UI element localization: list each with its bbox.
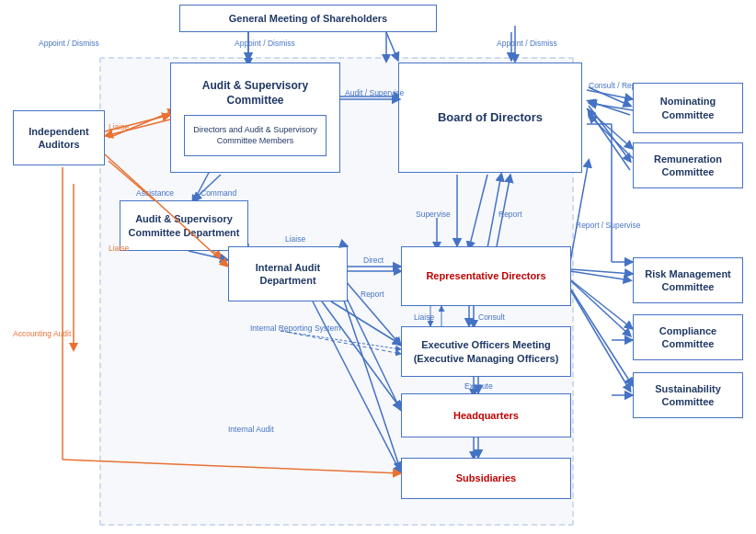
svg-line-8 — [589, 106, 630, 161]
svg-line-13 — [570, 271, 630, 280]
directors-members-box: Directors and Audit & Supervisory Commit… — [184, 115, 326, 156]
board-directors-label: Board of Directors — [438, 110, 543, 126]
assistance-label: Assistance — [136, 188, 174, 198]
command-label: Command — [200, 188, 236, 198]
accounting-audit-label: Accounting Audit — [13, 329, 71, 338]
internal-audit-box: Internal Audit Department — [228, 246, 348, 301]
appoint-label-3: Appoint / Dismiss — [497, 39, 557, 48]
svg-line-44 — [571, 280, 633, 329]
shareholders-box: General Meeting of Shareholders — [179, 5, 437, 32]
board-directors-box: Board of Directors — [398, 62, 582, 173]
risk-mgmt-box: Risk Management Committee — [633, 257, 743, 303]
diagram: General Meeting of Shareholders Appoint … — [0, 0, 756, 534]
supervise-label: Supervise — [416, 210, 451, 219]
audit-supervisory-label: Audit & Supervisory Committee — [175, 79, 336, 108]
execute-label: Execute — [464, 381, 493, 391]
audit-supervise-label: Audit / Supervise — [345, 88, 404, 97]
svg-line-14 — [570, 280, 630, 335]
liaise-label-1: Liaise — [109, 122, 129, 131]
liaise-label-4: Liaise — [109, 244, 129, 253]
svg-line-43 — [571, 269, 633, 274]
svg-line-6 — [589, 87, 630, 106]
remuneration-box: Remuneration Committee — [633, 142, 743, 188]
exec-officers-label: Executive Officers Meeting (Executive Ma… — [406, 338, 567, 365]
svg-line-9 — [589, 110, 630, 170]
report-label-2: Report — [361, 290, 384, 299]
internal-audit-label: Internal Audit — [228, 425, 274, 434]
svg-line-45 — [571, 290, 633, 386]
headquarters-box: Headquarters — [401, 393, 571, 437]
audit-supervisory-box: Audit & Supervisory Committee Directors … — [170, 62, 340, 173]
exec-officers-box: Executive Officers Meeting (Executive Ma… — [401, 326, 571, 377]
svg-line-7 — [589, 101, 630, 115]
svg-line-38 — [589, 103, 633, 110]
svg-line-40 — [589, 115, 633, 158]
report-supervise-label: Report / Supervise — [576, 221, 640, 230]
independent-auditors-box: Independent Auditors — [13, 110, 105, 165]
svg-line-39 — [587, 108, 633, 149]
rep-directors-box: Representative Directors — [401, 246, 571, 306]
appoint-label-2: Appoint / Dismiss — [235, 39, 295, 48]
svg-line-15 — [570, 290, 630, 391]
svg-line-37 — [587, 90, 633, 99]
compliance-box: Compliance Committee — [633, 314, 743, 360]
internal-reporting-label: Internal Reporting System — [250, 324, 340, 333]
audit-dept-box: Audit & Supervisory Committee Department — [120, 200, 248, 251]
nominating-box: Nominating Committee — [633, 83, 743, 133]
liaise-label-2: Liaise — [285, 234, 305, 244]
direct-label: Direct — [363, 256, 384, 265]
sustainability-box: Sustainability Committee — [633, 372, 743, 418]
consult-label: Consult — [478, 312, 505, 322]
report-label-1: Report — [498, 210, 522, 219]
subsidiaries-box: Subsidiaries — [401, 458, 571, 499]
liaise-label-3: Liaise — [414, 312, 434, 322]
appoint-label-1: Appoint / Dismiss — [39, 39, 99, 48]
